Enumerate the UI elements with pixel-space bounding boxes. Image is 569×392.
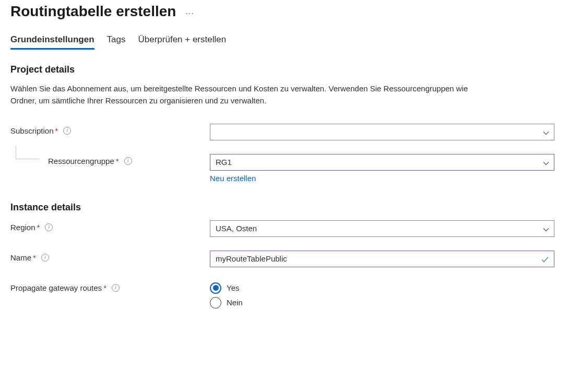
region-label: Region — [10, 223, 35, 232]
info-icon[interactable]: i — [41, 254, 49, 262]
propagate-radio-group: Yes Nein — [210, 281, 554, 308]
required-indicator: * — [37, 223, 40, 232]
required-indicator: * — [116, 157, 119, 165]
required-indicator: * — [33, 253, 36, 262]
region-value: USA, Osten — [216, 224, 257, 233]
propagate-row: Propagate gateway routes * i Yes Nein — [10, 281, 559, 312]
tab-bar: Grundeinstellungen Tags Überprüfen + ers… — [10, 34, 559, 50]
resource-group-row: Ressourcengruppe * i RG1 Neu erstellen — [10, 154, 559, 183]
propagate-yes-option[interactable]: Yes — [210, 282, 554, 294]
more-menu-icon[interactable]: ··· — [185, 9, 194, 18]
required-indicator: * — [55, 126, 58, 135]
propagate-yes-label: Yes — [227, 283, 239, 292]
tab-review-create[interactable]: Überprüfen + erstellen — [138, 34, 226, 50]
radio-unselected-icon — [210, 297, 221, 308]
create-new-link[interactable]: Neu erstellen — [210, 174, 256, 183]
subscription-select[interactable] — [210, 124, 554, 140]
chevron-down-icon — [543, 227, 549, 233]
info-icon[interactable]: i — [63, 127, 71, 135]
instance-details-heading: Instance details — [10, 202, 559, 213]
tab-basics[interactable]: Grundeinstellungen — [10, 34, 94, 50]
info-icon[interactable]: i — [124, 157, 132, 165]
resource-group-label: Ressourcengruppe — [48, 157, 114, 165]
propagate-label: Propagate gateway routes — [10, 283, 102, 292]
resource-group-value: RG1 — [216, 158, 232, 167]
subscription-label: Subscription — [10, 126, 54, 135]
resource-group-select[interactable]: RG1 — [210, 154, 554, 171]
name-label: Name — [10, 253, 31, 262]
region-row: Region * i USA, Osten — [10, 220, 559, 237]
chevron-down-icon — [543, 130, 549, 136]
indent-connector — [16, 146, 40, 159]
subscription-row: Subscription * i — [10, 124, 559, 140]
propagate-no-label: Nein — [227, 298, 243, 307]
chevron-down-icon — [543, 160, 549, 167]
checkmark-icon — [541, 255, 549, 264]
required-indicator: * — [103, 283, 106, 292]
tab-tags[interactable]: Tags — [107, 34, 126, 50]
project-details-heading: Project details — [10, 64, 559, 75]
info-icon[interactable]: i — [45, 223, 53, 231]
radio-selected-icon — [210, 282, 221, 294]
propagate-no-option[interactable]: Nein — [210, 297, 554, 308]
name-value: myRouteTablePublic — [216, 254, 287, 263]
info-icon[interactable]: i — [112, 284, 120, 292]
name-row: Name * i myRouteTablePublic — [10, 251, 559, 267]
page-title: Routingtabelle erstellen — [10, 3, 176, 20]
project-details-description: Wählen Sie das Abonnement aus, um bereit… — [10, 82, 491, 107]
name-input[interactable]: myRouteTablePublic — [210, 251, 554, 267]
region-select[interactable]: USA, Osten — [210, 220, 554, 237]
